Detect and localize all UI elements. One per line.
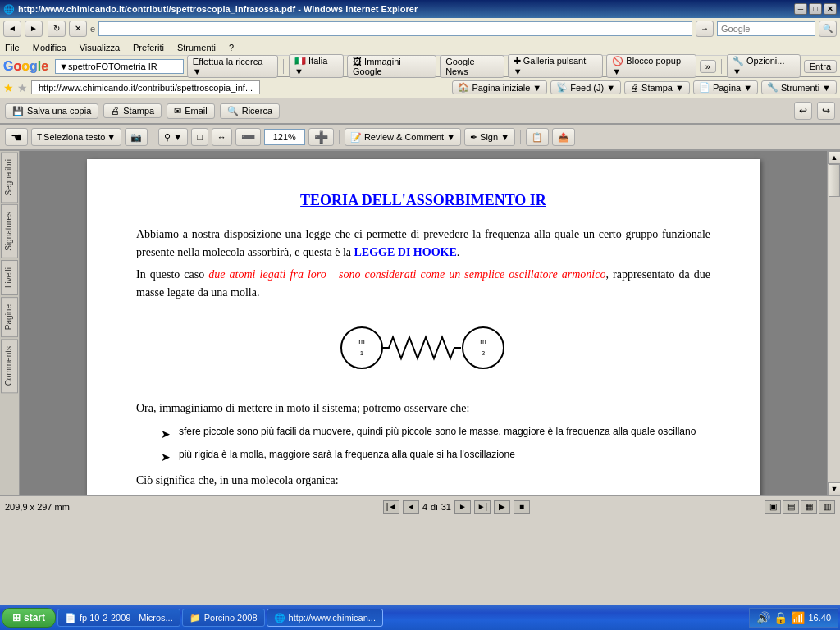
menu-preferiti[interactable]: Preferiti: [133, 43, 164, 52]
hand-tool-button[interactable]: ☚: [5, 128, 28, 146]
opzioni-button[interactable]: 🔧 Opzioni... ▼: [727, 54, 801, 78]
ie-page-toolbar: ★ ★ http://www.chimicando.it/contributi/…: [0, 77, 840, 98]
pdf-stampa-button[interactable]: 🖨 Stampa: [103, 103, 162, 118]
comments-tab[interactable]: Comments: [1, 339, 18, 393]
taskbar-item-0[interactable]: 📄 fp 10-2-2009 - Micros...: [57, 609, 180, 627]
view-2scroll-button[interactable]: ▥: [819, 500, 835, 514]
select-text-button[interactable]: T Seleziona testo ▼: [31, 128, 121, 146]
scroll-down-button[interactable]: ▼: [828, 482, 840, 495]
zoom-select-button[interactable]: ⚲ ▼: [158, 128, 188, 146]
scroll-thumb[interactable]: [829, 164, 840, 197]
pdf-body-para1: Abbiamo a nostra disposizione una legge …: [136, 226, 710, 262]
forms-button[interactable]: 📋: [526, 128, 549, 146]
prev-page-button[interactable]: ◄: [403, 500, 419, 514]
pdf-page: TEORIA DELL'ASSORBIMENTO IR Abbiamo a no…: [87, 159, 760, 495]
pdf-body-para3: Ora, immaginiamo di mettere in moto il s…: [136, 399, 710, 418]
email-button[interactable]: ✉ Email: [167, 103, 215, 119]
ricerca-button[interactable]: 🔍 Ricerca: [220, 103, 280, 119]
svg-text:1: 1: [360, 349, 364, 357]
fit-page-button[interactable]: □: [191, 128, 208, 146]
google-news-button[interactable]: Google News: [440, 55, 504, 78]
maximize-button[interactable]: □: [809, 3, 822, 15]
view-2page-button[interactable]: ▦: [801, 500, 817, 514]
title-bar: 🌐 http://www.chimicando.it/contributi/sp…: [0, 0, 840, 18]
para1-end: .: [457, 246, 460, 258]
taskbar-item-1[interactable]: 📁 Porcino 2008: [182, 609, 265, 627]
blocco-popup-button[interactable]: 🚫 Blocco popup ▼: [606, 54, 696, 78]
address-bar: ◄ ► ↻ ✕ e http://www.chimicando.it/contr…: [0, 18, 840, 39]
zoom-level-input[interactable]: [264, 129, 305, 145]
favorites-star[interactable]: ★: [3, 81, 14, 94]
sign-button[interactable]: ✒ Sign ▼: [464, 128, 515, 146]
signatures-tab[interactable]: Signatures: [1, 204, 18, 258]
refresh-button[interactable]: ↻: [48, 21, 66, 37]
search-go-button[interactable]: 🔍: [819, 21, 837, 37]
italic-text: due atomi legati fra loro sono considera…: [208, 268, 605, 281]
zoom-in-button[interactable]: ➕: [308, 128, 334, 146]
search-input[interactable]: [717, 21, 815, 36]
url-label: e: [90, 24, 95, 34]
play-button[interactable]: ▶: [494, 500, 510, 514]
taskbar-icon-1: 📁: [189, 613, 201, 623]
stop-nav-button[interactable]: ■: [514, 500, 530, 514]
page-tab[interactable]: http://www.chimicando.it/contributi/spet…: [31, 80, 260, 94]
start-button[interactable]: ⊞ start: [2, 608, 56, 628]
segnalibri-tab[interactable]: Segnalibri: [1, 152, 18, 203]
forward-button[interactable]: ►: [25, 21, 43, 37]
add-tab-star[interactable]: ★: [17, 81, 28, 94]
view-single-button[interactable]: ▣: [765, 500, 781, 514]
next-page-button[interactable]: ►: [454, 500, 471, 514]
immagini-google-button[interactable]: 🖼 Immagini Google: [347, 55, 436, 78]
menu-modifica[interactable]: Modifica: [33, 43, 66, 52]
ie-icon: 🌐: [3, 4, 15, 15]
minimize-button[interactable]: ─: [794, 3, 807, 15]
view-scroll-button[interactable]: ▤: [783, 500, 799, 514]
menu-file[interactable]: File: [5, 43, 20, 52]
italia-button[interactable]: 🇮🇹 Italia ▼: [289, 54, 344, 78]
status-bar: 209,9 x 297 mm |◄ ◄ 4 di 31 ► ►| ▶ ■ ▣ ▤…: [0, 495, 840, 517]
send-button[interactable]: 📤: [552, 128, 575, 146]
google-search-input[interactable]: [55, 59, 184, 74]
galleria-button[interactable]: ✚ Galleria pulsanti ▼: [508, 54, 604, 78]
scroll-up-button[interactable]: ▲: [828, 151, 840, 164]
back-button[interactable]: ◄: [3, 21, 21, 37]
strumenti-menu-button[interactable]: 🔧 Strumenti ▼: [761, 80, 837, 94]
toolbar-sep2: [339, 130, 340, 144]
redo-button[interactable]: ↪: [817, 102, 835, 120]
more-button[interactable]: »: [700, 60, 716, 73]
bullet-item-2: ➤ più rigida è la molla, maggiore sarà l…: [161, 449, 710, 463]
zoom-out-button[interactable]: ➖: [235, 128, 261, 146]
google-search-button[interactable]: Effettua la ricerca ▼: [187, 55, 278, 78]
tray-icon-2: 🔒: [774, 611, 788, 624]
first-page-button[interactable]: |◄: [383, 500, 399, 514]
taskbar-item-2[interactable]: 🌐 http://www.chimican...: [267, 609, 383, 627]
pagina-iniziale-button[interactable]: 🏠 Pagina iniziale ▼: [452, 80, 547, 94]
go-button[interactable]: →: [696, 21, 714, 37]
pagina-menu-button[interactable]: 📄 Pagina ▼: [693, 80, 758, 94]
pagine-tab[interactable]: Pagine: [1, 297, 18, 337]
menu-visualizza[interactable]: Visualizza: [80, 43, 120, 52]
oscillator-svg: m 1 m 2: [333, 319, 514, 377]
stop-button[interactable]: ✕: [69, 21, 87, 37]
undo-button[interactable]: ↩: [794, 102, 812, 120]
taskbar-label-2: http://www.chimican...: [289, 613, 376, 623]
salva-copia-button[interactable]: 💾 Salva una copia: [5, 103, 98, 119]
menu-help[interactable]: ?: [229, 43, 234, 52]
livelli-tab[interactable]: Livelli: [1, 260, 18, 295]
svg-text:2: 2: [482, 349, 486, 357]
address-input[interactable]: http://www.chimicando.it/contributi/spet…: [98, 21, 692, 36]
svg-point-3: [463, 327, 504, 368]
google-toolbar: Google Effettua la ricerca ▼ 🇮🇹 Italia ▼…: [0, 56, 840, 77]
menu-strumenti[interactable]: Strumenti: [177, 43, 216, 52]
scroll-track[interactable]: [828, 164, 840, 482]
last-page-button[interactable]: ►|: [474, 500, 491, 514]
taskbar-label-1: Porcino 2008: [204, 613, 258, 623]
tray-icon-3: 📶: [791, 611, 805, 624]
review-comment-button[interactable]: 📝 Review & Comment ▼: [345, 128, 461, 146]
fit-width-button[interactable]: ↔: [212, 128, 232, 146]
entra-button[interactable]: Entra: [804, 60, 837, 73]
feed-button[interactable]: 📡 Feed (J) ▼: [550, 80, 621, 94]
snapshot-button[interactable]: 📷: [125, 128, 148, 146]
stampa-button[interactable]: 🖨 Stampa ▼: [624, 81, 690, 94]
close-button[interactable]: ✕: [824, 3, 837, 15]
